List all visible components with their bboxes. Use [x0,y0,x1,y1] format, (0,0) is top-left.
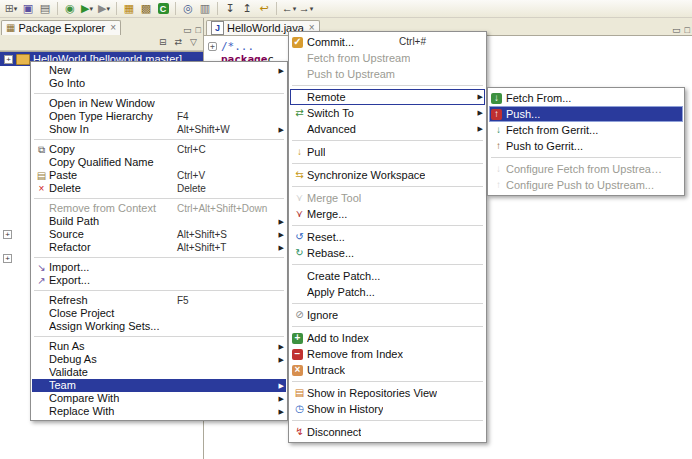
menu-item-switch-to[interactable]: ⇄Switch To▶ [290,105,485,121]
menu-item-copy[interactable]: ⧉CopyCtrl+C [32,143,286,156]
menu-item-configure-push-to-upstream[interactable]: ↑Configure Push to Upstream... [489,177,683,193]
menu-item-show-in-repositories-view[interactable]: ▤Show in Repositories View [290,385,485,401]
submenu-arrow-icon: ▶ [274,64,284,77]
view-menu-icon[interactable]: ▽ [188,38,199,47]
fetch-icon: ↓ [491,93,502,104]
menu-item-replace-with[interactable]: Replace With▶ [32,405,286,418]
menu-item-import[interactable]: ↘Import... [32,261,286,274]
repo-view-icon: ▤ [292,388,307,398]
new-package-icon[interactable]: ▩ [138,1,154,16]
menu-item-merge[interactable]: ⋎Merge... [290,206,485,222]
menu-item-commit[interactable]: ✓Commit...Ctrl+# [290,34,485,50]
dropdown-caret-icon[interactable]: ▾ [293,5,297,13]
menu-item-open-in-new-window[interactable]: Open in New Window [32,97,286,110]
package-explorer-icon: ▦ [6,23,15,33]
menu-item-refresh[interactable]: RefreshF5 [32,294,286,307]
print-icon[interactable]: ▤ [37,1,53,16]
menu-separator [292,326,483,327]
minimize-icon[interactable]: ▭ [670,26,683,35]
menu-item-show-in-history[interactable]: ◷Show in History [290,401,485,417]
tasks-icon[interactable]: ▥ [197,1,213,16]
menu-item-remove-from-index[interactable]: −Remove from Index [290,346,485,362]
debug-icon[interactable]: ◉ [62,1,78,16]
menu-item-validate[interactable]: Validate [32,366,286,379]
close-icon[interactable]: × [110,23,116,33]
collapse-all-icon[interactable]: ⊟ [157,38,169,47]
dropdown-caret-icon[interactable]: ▾ [14,5,18,13]
menu-item-ignore[interactable]: ⊘Ignore [290,307,485,323]
menu-item-configure-fetch-from-upstream[interactable]: ↓Configure Fetch from Upstream... [489,161,683,177]
menu-item-compare-with[interactable]: Compare With▶ [32,392,286,405]
menu-item-push-to-gerrit[interactable]: ↑Push to Gerrit... [489,138,683,154]
toolbar-separator [57,2,58,15]
menu-separator [292,186,483,187]
link-with-editor-icon[interactable]: ⇄ [173,38,185,47]
menu-item-delete[interactable]: ×DeleteDelete [32,182,286,195]
add-index-icon: + [292,333,303,344]
save-icon[interactable]: ▣ [20,1,36,16]
menu-item-add-to-index[interactable]: +Add to Index [290,330,485,346]
menu-item-export[interactable]: ↗Export... [32,274,286,287]
menu-item-run-as[interactable]: Run As▶ [32,340,286,353]
expander-icon[interactable]: + [3,254,12,263]
menu-item-rebase[interactable]: ↻Rebase... [290,245,485,261]
back-icon[interactable]: ←▾ [281,1,297,16]
run-icon[interactable]: ▶▾ [79,1,95,16]
expander-icon[interactable]: + [4,55,13,64]
menu-item-disconnect[interactable]: ↯Disconnect [290,424,485,440]
menu-item-pull[interactable]: ↓Pull [290,144,485,160]
external-tools-icon[interactable]: ▶▾ [96,1,112,16]
menu-item-team[interactable]: Team▶ [32,379,286,392]
fold-icon[interactable]: + [208,42,217,51]
forward-icon[interactable]: →▾ [298,1,314,16]
menu-item-reset[interactable]: ↺Reset... [290,229,485,245]
menu-item-label: Disconnect [307,424,361,440]
menu-item-new[interactable]: New▶ [32,64,286,77]
menu-item-paste[interactable]: ▤PasteCtrl+V [32,169,286,182]
menu-item-advanced[interactable]: Advanced▶ [290,121,485,137]
maximize-icon[interactable]: □ [683,26,692,35]
menu-item-untrack[interactable]: ×Untrack [290,362,485,378]
search-icon[interactable]: ◎ [180,1,196,16]
menu-item-debug-as[interactable]: Debug As▶ [32,353,286,366]
menu-item-remote[interactable]: Remote▶ [290,89,485,105]
last-edit-location-icon[interactable]: ↩ [256,1,272,16]
menu-item-synchronize-workspace[interactable]: ⇆Synchronize Workspace [290,167,485,183]
menu-item-source[interactable]: SourceAlt+Shift+S▶ [32,228,286,241]
dropdown-caret-icon[interactable]: ▾ [106,5,110,13]
menu-item-push-to-upstream[interactable]: Push to Upstream [290,66,485,82]
menu-item-remove-from-context[interactable]: Remove from ContextCtrl+Alt+Shift+Down [32,202,286,215]
menu-item-fetch-from-gerrit[interactable]: ↓Fetch from Gerrit... [489,122,683,138]
menu-item-assign-working-sets[interactable]: Assign Working Sets... [32,320,286,333]
dropdown-caret-icon[interactable]: ▾ [310,5,314,13]
menu-item-label: Import... [49,261,177,274]
menu-item-merge-tool[interactable]: ⋎Merge Tool [290,190,485,206]
menu-item-fetch-from-upstream[interactable]: Fetch from Upstream [290,50,485,66]
previous-annotation-icon[interactable]: ↥ [239,1,255,16]
new-wizard-icon[interactable]: ⊞▾ [3,1,19,16]
maximize-icon[interactable]: □ [194,26,203,35]
new-class-icon[interactable]: C [155,1,171,16]
dropdown-caret-icon[interactable]: ▾ [89,5,93,13]
gerrit-push-icon: ↑ [491,141,506,151]
menu-item-label: Compare With [49,392,177,405]
new-java-project-icon[interactable]: ▦ [121,1,137,16]
menu-item-fetch-from[interactable]: ↓Fetch From... [489,90,683,106]
menu-item-build-path[interactable]: Build Path▶ [32,215,286,228]
expander-icon[interactable]: + [3,230,12,239]
menu-item-show-in[interactable]: Show InAlt+Shift+W▶ [32,123,286,136]
menu-item-create-patch[interactable]: Create Patch... [290,268,485,284]
minimize-icon[interactable]: ▭ [181,26,194,35]
next-annotation-icon[interactable]: ↧ [222,1,238,16]
menu-item-copy-qualified-name[interactable]: Copy Qualified Name [32,156,286,169]
menu-item-refactor[interactable]: RefactorAlt+Shift+T▶ [32,241,286,254]
menu-item-apply-patch[interactable]: Apply Patch... [290,284,485,300]
config-push-icon: ↑ [491,180,506,190]
tab-package-explorer[interactable]: ▦ Package Explorer × [1,20,121,35]
menu-item-close-project[interactable]: Close Project [32,307,286,320]
java-file-icon: J [211,21,224,35]
menu-item-open-type-hierarchy[interactable]: Open Type HierarchyF4 [32,110,286,123]
menu-item-go-into[interactable]: Go Into [32,77,286,90]
menu-item-shortcut: Alt+Shift+W [177,123,274,136]
menu-item-push[interactable]: ↑Push... [489,106,683,122]
